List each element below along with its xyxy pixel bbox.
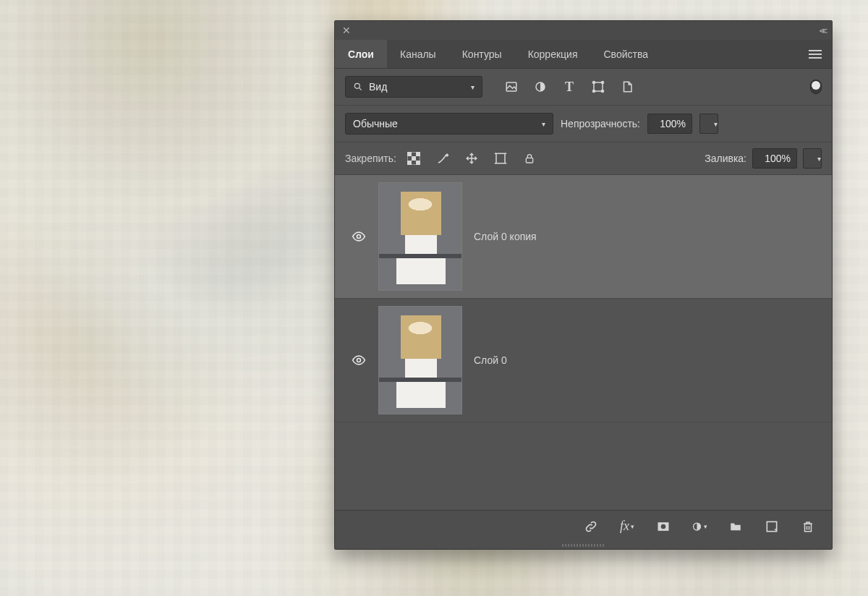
lock-transparent-icon[interactable] [407, 151, 421, 166]
svg-point-7 [593, 90, 595, 93]
type-filter-icon[interactable]: T [562, 80, 576, 94]
opacity-stepper[interactable]: ▾ [699, 114, 718, 134]
layer-fx-icon[interactable]: fx▾ [619, 519, 635, 535]
tab-label: Контуры [462, 48, 502, 60]
tab-properties[interactable]: Свойства [590, 40, 660, 68]
layer-name[interactable]: Слой 0 копия [474, 231, 537, 242]
layer-filter-label: Вид [369, 81, 387, 93]
filter-toggle[interactable] [810, 80, 822, 94]
layer-mask-icon[interactable] [655, 519, 671, 535]
svg-point-8 [602, 90, 604, 93]
svg-rect-12 [412, 156, 416, 161]
opacity-input[interactable]: 100% [647, 114, 692, 134]
tab-adjustments[interactable]: Коррекция [515, 40, 591, 68]
svg-point-26 [661, 524, 666, 529]
svg-line-1 [359, 88, 361, 90]
opacity-value: 100% [660, 118, 686, 129]
opacity-label: Непрозрачность: [561, 118, 640, 129]
visibility-toggle[interactable] [351, 229, 367, 244]
layer-row[interactable]: Слой 0 копия [335, 175, 832, 299]
thumbnail-image [379, 183, 461, 290]
link-layers-icon[interactable] [583, 519, 599, 535]
filter-type-icons: T [504, 80, 634, 94]
shape-filter-icon[interactable] [591, 80, 605, 94]
fill-input[interactable]: 100% [752, 148, 797, 169]
lock-label: Закрепить: [345, 153, 396, 164]
menu-icon [809, 50, 822, 59]
svg-rect-4 [594, 82, 603, 91]
layer-name[interactable]: Слой 0 [474, 354, 507, 366]
svg-point-23 [357, 235, 361, 239]
trash-icon[interactable] [800, 519, 816, 535]
blend-mode-dropdown[interactable]: Обычные ▾ [345, 113, 553, 135]
svg-point-0 [354, 83, 359, 88]
visibility-toggle[interactable] [351, 352, 367, 368]
chevron-down-icon: ▾ [542, 120, 545, 128]
collapse-panel-icon[interactable]: << [820, 25, 825, 36]
tab-paths[interactable]: Контуры [449, 40, 515, 68]
lock-pixels-icon[interactable] [435, 151, 450, 166]
lock-fill-row: Закрепить: Заливка: 100% ▾ [335, 142, 832, 175]
eye-icon [352, 353, 366, 367]
layer-thumbnail[interactable] [378, 306, 462, 414]
chevron-down-icon: ▾ [817, 155, 821, 163]
layer-filter-dropdown[interactable]: Вид ▾ [345, 76, 482, 98]
group-icon[interactable] [728, 519, 744, 535]
smartobject-filter-icon[interactable] [620, 80, 634, 94]
tab-label: Каналы [400, 48, 436, 60]
layers-panel: ✕ << Слои Каналы Контуры Коррекция Свойс… [334, 20, 833, 550]
tab-layers[interactable]: Слои [335, 40, 387, 68]
tab-channels[interactable]: Каналы [387, 40, 449, 68]
svg-rect-10 [407, 152, 412, 156]
adjustment-layer-icon[interactable]: ▾ [692, 519, 707, 535]
layer-thumbnail[interactable] [378, 182, 462, 291]
chevron-down-icon: ▾ [714, 120, 718, 128]
svg-rect-14 [416, 161, 420, 165]
blend-mode-value: Обычные [353, 118, 398, 129]
eye-icon [352, 229, 366, 244]
svg-point-5 [593, 82, 595, 84]
lock-icons [407, 151, 537, 166]
tab-label: Свойства [603, 48, 647, 60]
svg-rect-11 [416, 152, 420, 156]
search-icon [353, 82, 363, 92]
panel-topbar: ✕ << [335, 21, 832, 40]
panel-resize-grip[interactable] [335, 542, 832, 549]
thumbnail-image [379, 307, 461, 414]
svg-rect-22 [526, 158, 532, 163]
fill-label: Заливка: [705, 153, 746, 164]
tab-label: Слои [348, 48, 374, 60]
chevron-down-icon: ▾ [471, 83, 475, 91]
panel-tabs: Слои Каналы Контуры Коррекция Свойства [335, 40, 832, 69]
fill-value: 100% [765, 153, 791, 164]
layers-list: Слой 0 копия Слой 0 [335, 175, 832, 510]
close-icon[interactable]: ✕ [342, 25, 351, 36]
svg-rect-17 [496, 153, 505, 163]
svg-point-24 [357, 359, 361, 362]
lock-position-icon[interactable] [464, 151, 479, 166]
fill-stepper[interactable]: ▾ [803, 148, 822, 169]
svg-rect-13 [407, 161, 412, 165]
lock-all-icon[interactable] [522, 151, 537, 166]
blend-opacity-row: Обычные ▾ Непрозрачность: 100% ▾ [335, 106, 832, 142]
tab-label: Коррекция [528, 48, 578, 60]
lock-artboard-icon[interactable] [493, 151, 508, 166]
image-filter-icon[interactable] [504, 80, 519, 94]
layer-row[interactable]: Слой 0 [335, 299, 832, 422]
layers-bottombar: fx▾ ▾ [335, 510, 832, 542]
svg-rect-28 [767, 522, 776, 531]
svg-point-6 [602, 82, 604, 84]
adjustment-filter-icon[interactable] [533, 80, 548, 94]
new-layer-icon[interactable] [764, 519, 780, 535]
panel-menu-button[interactable] [799, 40, 832, 68]
layer-filter-row: Вид ▾ T [335, 69, 832, 106]
svg-rect-29 [805, 524, 812, 532]
